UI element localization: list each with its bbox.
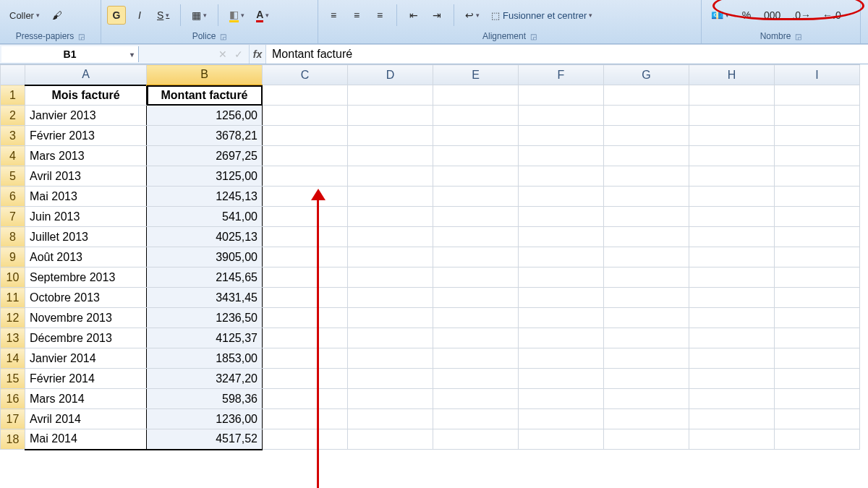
column-header[interactable]: B bbox=[147, 65, 263, 85]
cell[interactable] bbox=[775, 348, 860, 369]
cell[interactable] bbox=[519, 288, 604, 308]
cell[interactable] bbox=[433, 267, 519, 288]
cell[interactable] bbox=[519, 106, 604, 126]
select-all-corner[interactable] bbox=[1, 65, 25, 85]
cell[interactable] bbox=[433, 288, 519, 308]
increase-decimal-button[interactable]: .0→ bbox=[788, 6, 814, 25]
cell[interactable]: Avril 2013 bbox=[25, 166, 147, 187]
column-header[interactable]: D bbox=[348, 65, 433, 85]
cell[interactable] bbox=[689, 207, 775, 227]
cell[interactable] bbox=[348, 288, 433, 308]
cell[interactable] bbox=[689, 308, 775, 328]
cell[interactable] bbox=[263, 308, 348, 328]
cell[interactable]: Janvier 2014 bbox=[25, 348, 147, 369]
cell[interactable] bbox=[604, 247, 689, 267]
cell[interactable] bbox=[604, 166, 689, 187]
cell[interactable] bbox=[689, 106, 775, 126]
cell[interactable] bbox=[604, 126, 689, 146]
cell[interactable]: Mois facturé bbox=[25, 85, 147, 106]
cell[interactable] bbox=[433, 328, 519, 348]
cell[interactable]: Juin 2013 bbox=[25, 207, 147, 227]
cell[interactable] bbox=[519, 85, 604, 106]
italic-button[interactable]: I bbox=[130, 6, 149, 25]
dialog-launcher-icon[interactable]: ◲ bbox=[795, 33, 801, 40]
row-header[interactable]: 6 bbox=[1, 187, 25, 207]
cell[interactable]: Octobre 2013 bbox=[25, 288, 147, 308]
cell[interactable] bbox=[519, 369, 604, 389]
cell[interactable]: Novembre 2013 bbox=[25, 308, 147, 328]
cell[interactable] bbox=[689, 247, 775, 267]
cell[interactable]: Décembre 2013 bbox=[25, 328, 147, 348]
cell[interactable] bbox=[775, 369, 860, 389]
cell[interactable]: 1236,50 bbox=[147, 308, 263, 328]
column-header[interactable]: F bbox=[519, 65, 604, 85]
cell[interactable]: 541,00 bbox=[147, 207, 263, 227]
cell[interactable] bbox=[263, 247, 348, 267]
formula-input[interactable]: Montant facturé bbox=[266, 45, 868, 64]
paste-button[interactable]: Coller bbox=[6, 2, 43, 28]
column-header[interactable]: H bbox=[689, 65, 775, 85]
cell[interactable]: 598,36 bbox=[147, 389, 263, 409]
cell[interactable]: Avril 2014 bbox=[25, 409, 147, 429]
cell[interactable] bbox=[433, 126, 519, 146]
merge-center-button[interactable]: ⬚ Fusionner et centrer bbox=[488, 2, 596, 28]
cell[interactable] bbox=[263, 166, 348, 187]
align-center-button[interactable]: ≡ bbox=[347, 6, 366, 25]
cell[interactable] bbox=[689, 267, 775, 288]
cancel-formula-icon[interactable]: ✕ bbox=[218, 48, 227, 60]
cell[interactable] bbox=[604, 369, 689, 389]
column-header[interactable]: A bbox=[25, 65, 147, 85]
row-header[interactable]: 11 bbox=[1, 288, 25, 308]
cell[interactable] bbox=[348, 207, 433, 227]
cell[interactable]: Février 2013 bbox=[25, 126, 147, 146]
cell[interactable] bbox=[263, 146, 348, 166]
cell[interactable] bbox=[433, 106, 519, 126]
cell[interactable] bbox=[263, 429, 348, 450]
cell[interactable] bbox=[519, 126, 604, 146]
cell[interactable] bbox=[775, 85, 860, 106]
cell[interactable]: 1245,13 bbox=[147, 187, 263, 207]
cell[interactable] bbox=[775, 126, 860, 146]
cell[interactable] bbox=[775, 207, 860, 227]
align-right-button[interactable]: ≡ bbox=[370, 6, 389, 25]
align-left-button[interactable]: ≡ bbox=[324, 6, 343, 25]
row-header[interactable]: 16 bbox=[1, 389, 25, 409]
underline-button[interactable]: S bbox=[153, 6, 173, 25]
cell[interactable] bbox=[519, 146, 604, 166]
cell[interactable]: 4517,52 bbox=[147, 429, 263, 450]
cell[interactable] bbox=[604, 187, 689, 207]
cell[interactable] bbox=[775, 389, 860, 409]
dialog-launcher-icon[interactable]: ◲ bbox=[78, 33, 85, 40]
cell[interactable] bbox=[263, 389, 348, 409]
row-header[interactable]: 12 bbox=[1, 308, 25, 328]
cell[interactable] bbox=[604, 227, 689, 247]
cell[interactable] bbox=[775, 429, 860, 450]
cell[interactable] bbox=[775, 106, 860, 126]
spreadsheet-grid[interactable]: A B C D E F G H I 1Mois facturéMontant f… bbox=[0, 64, 860, 450]
cell[interactable] bbox=[519, 328, 604, 348]
cell[interactable] bbox=[775, 267, 860, 288]
font-color-button[interactable]: A bbox=[252, 6, 273, 25]
cell[interactable] bbox=[263, 85, 348, 106]
cell[interactable]: 3247,20 bbox=[147, 369, 263, 389]
accounting-format-button[interactable]: 💶 bbox=[707, 6, 733, 25]
cell[interactable] bbox=[348, 308, 433, 328]
cell[interactable] bbox=[604, 106, 689, 126]
row-header[interactable]: 17 bbox=[1, 409, 25, 429]
row-header[interactable]: 3 bbox=[1, 126, 25, 146]
decrease-indent-button[interactable]: ⇤ bbox=[404, 6, 423, 25]
borders-button[interactable]: ▦ bbox=[188, 6, 210, 25]
row-header[interactable]: 7 bbox=[1, 207, 25, 227]
row-header[interactable]: 8 bbox=[1, 227, 25, 247]
cell[interactable] bbox=[775, 187, 860, 207]
cell[interactable] bbox=[433, 227, 519, 247]
cell[interactable] bbox=[689, 409, 775, 429]
cell[interactable] bbox=[433, 348, 519, 369]
cell[interactable] bbox=[433, 429, 519, 450]
increase-indent-button[interactable]: ⇥ bbox=[427, 6, 446, 25]
cell[interactable] bbox=[433, 146, 519, 166]
cell[interactable] bbox=[263, 288, 348, 308]
percent-format-button[interactable]: % bbox=[737, 6, 756, 25]
fx-icon[interactable]: fx bbox=[249, 45, 266, 64]
cell[interactable] bbox=[348, 348, 433, 369]
